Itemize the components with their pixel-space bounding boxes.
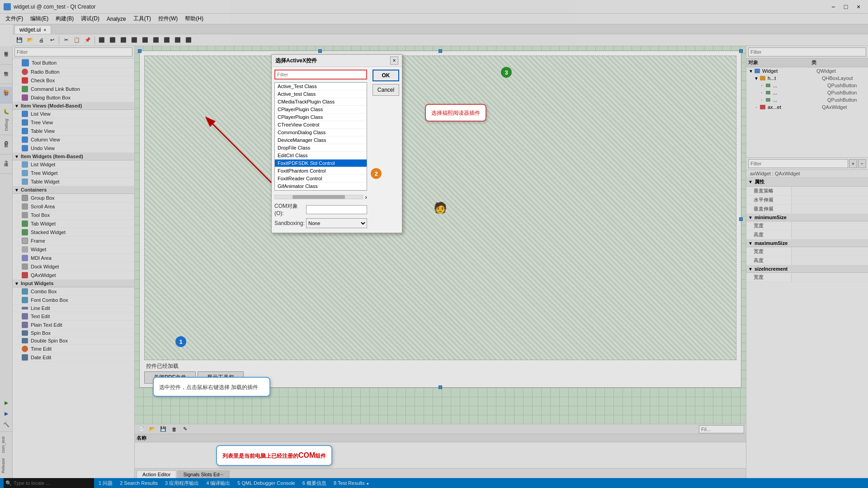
dialog-filter-input[interactable] [274, 70, 367, 80]
dialog-title-bar: 选择ActiveX控件 × [272, 55, 402, 67]
dialog-close-button[interactable]: × [390, 56, 398, 65]
dl-item-8[interactable]: DropFile Class [275, 144, 367, 152]
dl-item-foxit-reader[interactable]: FoxitReader Control [275, 175, 367, 183]
annotation-bubble-1: 选中控件，点击鼠标右键选择 加载的插件 [153, 377, 270, 397]
list-scrollbar-area: › [274, 193, 367, 201]
scroll-right[interactable]: › [365, 193, 367, 201]
dialog-content: Active_Test Class Active_test Class CMed… [272, 67, 402, 233]
activex-dialog: 选择ActiveX控件 × Active_Test Class Active_t… [271, 54, 402, 233]
dl-item-foxit-sdk[interactable]: FoxitPDFSDK Std Control [275, 160, 367, 167]
dialog-com-object-field: COM对象(O): {-4976-B386-27A9FD9E96A1} [274, 202, 367, 216]
dl-item-6[interactable]: CommonDialog Class [275, 129, 367, 136]
dl-item-gif[interactable]: GifAnimator Class [275, 183, 367, 190]
dl-item-4[interactable]: CPlayerPlugin Class [275, 113, 367, 121]
sandbox-select[interactable]: None [306, 218, 367, 228]
dl-item-3[interactable]: CPlayerPlugin Class [275, 106, 367, 113]
cancel-button[interactable]: Cancel [373, 84, 399, 96]
scrollbar-h[interactable] [274, 195, 363, 199]
badge-2: 2 [371, 168, 382, 179]
ok-button[interactable]: OK [373, 70, 399, 81]
badge-3: 3 [501, 67, 512, 78]
dialog-sandbox-field: Sandboxing: None [274, 218, 367, 228]
bubble2-text: 选择福熙阅读器插件 [431, 110, 480, 116]
badge-1: 1 [175, 336, 186, 347]
annotation-bubble-3: 列表里是当前电脑上已经注册的COM组件 [216, 445, 332, 466]
dl-item-foxit-phantom[interactable]: FoxitPhantom Control [275, 167, 367, 175]
dl-item-5[interactable]: CTreeView Control [275, 121, 367, 129]
dl-item-7[interactable]: DeviceManager Class [275, 136, 367, 144]
com-object-label: COM对象(O): [274, 202, 306, 216]
dl-item-hhctrl1[interactable]: HHCtrl Object [275, 190, 367, 191]
dl-item-1[interactable]: Active_test Class [275, 90, 367, 98]
bubble3-text: 列表里是当前电脑上已经注册的COM组件 [222, 453, 326, 459]
com-object-input[interactable]: {-4976-B386-27A9FD9E96A1} [306, 205, 367, 214]
dl-item-2[interactable]: CMediaTrackPlugin Class [275, 98, 367, 106]
annotation-bubble-2: 选择福熙阅读器插件 [425, 104, 486, 122]
dl-item-0[interactable]: Active_Test Class [275, 83, 367, 90]
dl-item-9[interactable]: EditCtrl Class [275, 152, 367, 160]
dialog-overlay: 选择ActiveX控件 × Active_Test Class Active_t… [0, 0, 868, 488]
sandbox-label: Sandboxing: [274, 220, 306, 226]
scrollbar-thumb [292, 195, 345, 199]
dialog-title: 选择ActiveX控件 [275, 57, 317, 65]
dialog-left: Active_Test Class Active_test Class CMed… [272, 67, 370, 233]
dialog-buttons: OK Cancel [370, 67, 402, 233]
dialog-list[interactable]: Active_Test Class Active_test Class CMed… [274, 82, 367, 191]
